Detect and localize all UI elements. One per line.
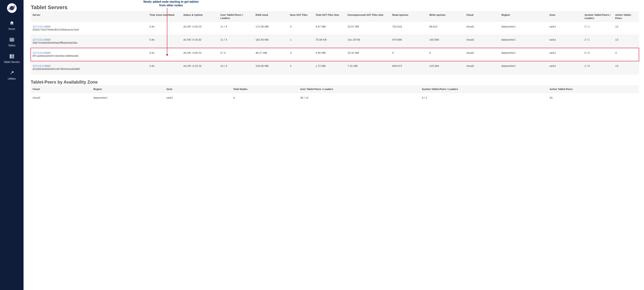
cell-region: datacenter1 [500, 35, 548, 48]
logo[interactable] [7, 3, 17, 13]
cell-total-sst: 1.72 MB [314, 61, 346, 74]
cell-cloud: cloud1 [464, 22, 500, 35]
zcol-active-peers[interactable]: Active Tablet-Peers [548, 86, 639, 93]
col-user-peers[interactable]: User Tablet-Peers / Leaders [218, 12, 254, 22]
table-row: 127.0.0.1:900002501752cf764dc3b21535dcac… [31, 22, 639, 35]
cell-sys-peers: 2 / 1 [583, 35, 614, 48]
nav-tablet-servers[interactable]: Tablet Servers [0, 54, 24, 64]
cell-num-sst: 3 [288, 48, 314, 61]
server-link[interactable]: 127.0.0.2:9000 [32, 64, 50, 68]
nav-tables[interactable]: Tables [0, 37, 24, 47]
page-title: Tablet Servers [31, 4, 639, 10]
cell-active-peers: 13 [614, 61, 639, 74]
cell-write-ops: 0 [428, 48, 464, 61]
cell-sys-peers: 2 / 0 [583, 61, 614, 74]
nav-utilities[interactable]: Utilities [0, 70, 24, 80]
cell-heartbeat: 0.9s [148, 61, 182, 74]
table-row: 127.0.0.2:9000d2280b34d460400196780915e4… [31, 61, 639, 74]
cell-heartbeat: 0.9s [148, 22, 182, 35]
svg-point-12 [10, 56, 11, 56]
cell-sys-peers: 0 / 0 [583, 48, 614, 61]
cell-uncomp-sst: 20.42 MB [346, 48, 390, 61]
cell-zone: rack1 [548, 35, 583, 48]
cell-ram: 48.27 MB [254, 48, 288, 61]
nav-tables-label: Tables [8, 44, 15, 47]
zcol-region[interactable]: Region [92, 86, 164, 93]
cell-region: datacenter1 [500, 48, 548, 61]
table-row: 127.0.0.4:90008f71a083ea09497c9c828e14fd… [31, 48, 639, 61]
cell-status: ALIVE: 0:18:32 [182, 35, 218, 48]
cell-read-ops: 0 [390, 48, 428, 61]
zcol-cloud[interactable]: Cloud [31, 86, 92, 93]
zcell-cloud: cloud1 [31, 93, 92, 102]
cell-num-sst: 4 [288, 22, 314, 35]
main-content: Newly added node starting to get tablets… [24, 0, 644, 290]
server-link[interactable]: 127.0.0.1:9000 [32, 25, 50, 28]
cell-status: ALIVE: 0:00:10 [182, 48, 218, 61]
wrench-icon [9, 70, 14, 76]
cell-write-ops: 145.566 [428, 35, 464, 48]
col-active-peers[interactable]: Active Tablet-Peers [614, 12, 639, 22]
svg-point-11 [10, 55, 11, 55]
col-sys-peers[interactable]: System Tablet-Peers / Leaders [583, 12, 614, 22]
planet-icon [8, 4, 16, 12]
servers-header-row: Server Time since heartbeat Status & Upt… [31, 12, 639, 22]
cell-read-ops: 979.896 [390, 35, 428, 48]
cell-cloud: cloud1 [464, 48, 500, 61]
zones-header-row: Cloud Region Zone Total Nodes User Table… [31, 86, 639, 93]
col-sst-uncomp[interactable]: Uncompressed SST Files Size [346, 12, 390, 22]
cell-total-sst: 4.97 MB [314, 22, 346, 35]
svg-point-2 [14, 6, 15, 7]
col-ram[interactable]: RAM Used [254, 12, 288, 22]
cell-user-peers: 4 / 0 [218, 48, 254, 61]
col-heartbeat[interactable]: Time since heartbeat [148, 12, 182, 22]
col-sst-num[interactable]: Num SST Files [288, 12, 314, 22]
cell-user-peers: 10 / 4 [218, 61, 254, 74]
col-read-ops[interactable]: Read ops/sec [390, 12, 428, 22]
col-server[interactable]: Server [31, 12, 148, 22]
cell-zone: rack1 [548, 22, 583, 35]
servers-icon [9, 54, 15, 59]
nav-home[interactable]: Home [0, 20, 24, 30]
nav-utilities-label: Utilities [8, 77, 16, 80]
cell-total-sst: 4.90 MB [314, 48, 346, 61]
cell-ram: 182.45 MB [254, 35, 288, 48]
svg-rect-3 [10, 38, 14, 41]
cell-active-peers: 13 [614, 35, 639, 48]
cell-read-ops: 848.973 [390, 61, 428, 74]
cell-ram: 193.08 MB [254, 61, 288, 74]
cell-uncomp-sst: 141.28 KB [346, 35, 390, 48]
server-link[interactable]: 127.0.0.4:9000 [32, 51, 50, 54]
cell-cloud: cloud1 [464, 35, 500, 48]
zcell-region: datacenter1 [92, 93, 164, 102]
zcol-zone[interactable]: Zone [164, 86, 232, 93]
nav-home-label: Home [8, 28, 15, 30]
col-region[interactable]: Region [500, 12, 548, 22]
cell-heartbeat: 0.9s [148, 35, 182, 48]
col-status[interactable]: Status & Uptime [182, 12, 218, 22]
zcell-active-peers: 43 [548, 93, 639, 102]
cell-write-ops: 99.812 [428, 22, 464, 35]
zcol-user-peers[interactable]: User Tablet-Peers / Leaders [298, 86, 420, 93]
cell-region: datacenter1 [500, 61, 548, 74]
col-sst-total[interactable]: Total SST Files Size [314, 12, 346, 22]
col-cloud[interactable]: Cloud [464, 12, 500, 22]
zcell-zone: rack1 [164, 93, 232, 102]
zcol-sys-peers[interactable]: System Tablet-Peers / Leaders [420, 86, 548, 93]
server-link[interactable]: 127.0.0.3:9000 [32, 38, 50, 41]
cell-uncomp-sst: 20.57 MB [346, 22, 390, 35]
server-hash: 02501752cf764dc3b21535dcaccb7ae0 [32, 28, 79, 31]
col-zone[interactable]: Zone [548, 12, 583, 22]
cell-num-sst: 2 [288, 61, 314, 74]
col-write-ops[interactable]: Write ops/sec [428, 12, 464, 22]
cell-status: ALIVE: 0:20:23 [182, 22, 218, 35]
cell-uncomp-sst: 7.01 MB [346, 61, 390, 74]
zcol-total-nodes[interactable]: Total Nodes [232, 86, 298, 93]
cell-num-sst: 1 [288, 35, 314, 48]
cell-user-peers: 11 / 4 [218, 35, 254, 48]
cell-active-peers: 4 [614, 48, 639, 61]
cell-ram: 172.06 MB [254, 22, 288, 35]
tables-icon [9, 37, 14, 42]
table-row: 127.0.0.3:90003d87320da09b46f4ab2fffbeb0… [31, 35, 639, 48]
cell-cloud: cloud1 [464, 61, 500, 74]
